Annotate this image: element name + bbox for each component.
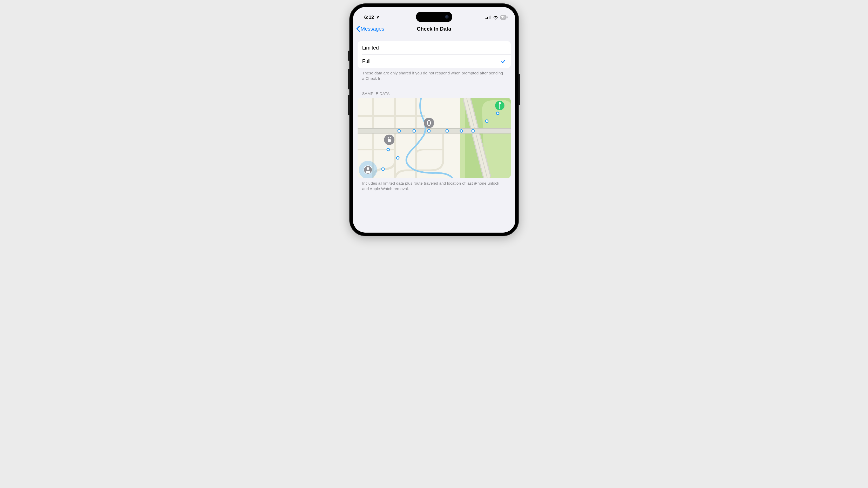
sample-data-footer: Includes all limited data plus route tra… bbox=[358, 178, 511, 192]
phone-frame: 6:12 30 bbox=[350, 4, 519, 236]
status-time: 6:12 bbox=[364, 14, 374, 20]
svg-rect-3 bbox=[490, 15, 491, 19]
volume-down-button bbox=[348, 95, 350, 116]
svg-rect-0 bbox=[486, 18, 487, 19]
status-left: 6:12 bbox=[364, 14, 380, 20]
power-button bbox=[519, 74, 520, 105]
battery-level: 30 bbox=[501, 15, 505, 19]
svg-point-16 bbox=[397, 157, 399, 159]
svg-point-17 bbox=[398, 130, 400, 132]
sample-data-header: SAMPLE DATA bbox=[358, 82, 511, 98]
phone-screen: 6:12 30 bbox=[353, 7, 515, 233]
wifi-icon bbox=[493, 15, 498, 20]
volume-up-button bbox=[348, 69, 350, 90]
dynamic-island bbox=[416, 12, 452, 22]
location-arrow-icon bbox=[375, 15, 380, 20]
checkmark-icon bbox=[501, 59, 506, 64]
svg-rect-34 bbox=[428, 125, 430, 126]
chevron-left-icon bbox=[356, 26, 360, 32]
back-button[interactable]: Messages bbox=[356, 26, 384, 32]
options-footer: These data are only shared if you do not… bbox=[358, 68, 511, 82]
sample-map bbox=[358, 98, 511, 178]
option-full[interactable]: Full bbox=[358, 55, 511, 68]
battery-indicator: 30 bbox=[500, 15, 506, 20]
svg-rect-30 bbox=[388, 139, 391, 142]
svg-point-28 bbox=[367, 167, 369, 170]
svg-point-18 bbox=[413, 130, 415, 132]
svg-point-22 bbox=[472, 130, 474, 132]
svg-point-21 bbox=[460, 130, 463, 132]
content-area: Limited Full These data are only shared … bbox=[353, 41, 515, 192]
navigation-bar: Messages Check In Data bbox=[353, 23, 515, 35]
svg-rect-1 bbox=[487, 17, 488, 19]
svg-rect-33 bbox=[428, 120, 430, 121]
svg-point-23 bbox=[486, 120, 488, 122]
option-limited[interactable]: Limited bbox=[358, 41, 511, 55]
page-title: Check In Data bbox=[417, 26, 451, 32]
cellular-signal-icon bbox=[486, 15, 491, 19]
option-limited-label: Limited bbox=[362, 45, 379, 51]
svg-point-14 bbox=[382, 168, 384, 170]
back-label: Messages bbox=[361, 26, 384, 32]
svg-point-15 bbox=[387, 148, 390, 151]
options-list: Limited Full bbox=[358, 41, 511, 68]
map-illustration bbox=[358, 98, 511, 178]
svg-rect-2 bbox=[489, 17, 490, 19]
front-camera bbox=[445, 15, 449, 19]
svg-point-31 bbox=[424, 118, 434, 128]
side-button bbox=[348, 51, 350, 61]
svg-point-19 bbox=[428, 130, 430, 132]
svg-point-20 bbox=[446, 130, 448, 132]
option-full-label: Full bbox=[362, 58, 371, 64]
svg-point-24 bbox=[496, 112, 499, 115]
status-right: 30 bbox=[486, 15, 506, 20]
